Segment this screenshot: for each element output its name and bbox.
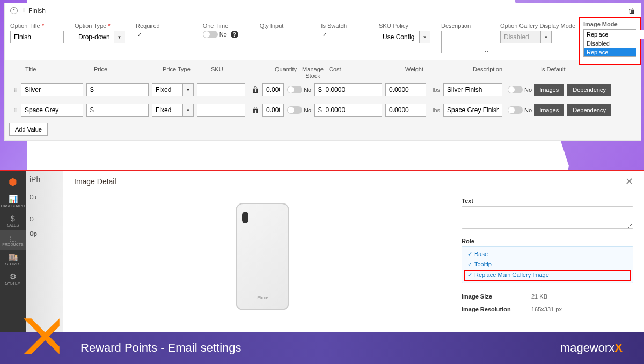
- sidebar-logo[interactable]: ⬢: [0, 173, 26, 192]
- trash-icon[interactable]: 🗑: [628, 6, 635, 15]
- option-title-input[interactable]: [10, 31, 64, 43]
- value-title-input[interactable]: [21, 104, 83, 117]
- value-title-input[interactable]: [21, 83, 83, 96]
- required-label: Required: [136, 23, 160, 29]
- sidebar-item-stores[interactable]: 🏬STORES: [0, 250, 26, 269]
- sidebar-item-system[interactable]: ⚙SYSTEM: [0, 269, 26, 288]
- swatch-label: Is Swatch: [321, 23, 347, 29]
- description-textarea[interactable]: [441, 31, 489, 53]
- dependency-button[interactable]: Dependency: [567, 104, 611, 116]
- chevron-down-icon[interactable]: ▼: [420, 31, 430, 43]
- image-mode-options: Disabled Replace: [584, 39, 636, 56]
- onetime-label: One Time: [203, 23, 238, 29]
- value-sku-input[interactable]: [197, 104, 245, 117]
- sidebar-item-sales[interactable]: $SALES: [0, 211, 26, 230]
- collapse-icon[interactable]: ⌃: [10, 7, 18, 14]
- drag-icon[interactable]: ⁞⁞: [9, 86, 21, 93]
- image-res-label: Image Resolution: [462, 306, 531, 312]
- trash-icon[interactable]: 🗑: [252, 85, 259, 94]
- qty-checkbox[interactable]: [260, 31, 267, 38]
- value-desc-input[interactable]: [443, 83, 502, 96]
- description-label: Description: [441, 23, 489, 29]
- value-desc-input[interactable]: [443, 104, 502, 117]
- panel-title: Finish: [28, 7, 46, 14]
- image-res-value: 165x331 px: [531, 306, 562, 312]
- isdefault-toggle[interactable]: [508, 86, 523, 93]
- sku-policy-label: SKU Policy: [379, 23, 430, 29]
- value-cost-input[interactable]: [314, 104, 382, 117]
- option-panel: ⌃ ⁞⁞ Finish 🗑 Option Title * Option Type…: [4, 3, 641, 141]
- text-textarea[interactable]: [462, 206, 633, 229]
- value-qty-input[interactable]: [262, 104, 284, 117]
- add-value-button[interactable]: Add Value: [9, 123, 48, 136]
- footer-brand: mageworxX: [560, 341, 623, 355]
- modal-title: Image Detail: [74, 177, 116, 186]
- weight-unit: lbs: [429, 86, 443, 93]
- image-size-label: Image Size: [462, 293, 531, 300]
- trash-icon[interactable]: 🗑: [252, 106, 259, 114]
- image-mode-select[interactable]: [584, 30, 644, 39]
- option-title-label: Option Title *: [10, 23, 64, 29]
- weight-unit: lbs: [429, 107, 443, 113]
- image-mode-option-replace[interactable]: Replace: [584, 48, 636, 56]
- image-mode-dropdown[interactable]: ▲ Disabled Replace: [583, 29, 636, 57]
- price-type-select[interactable]: [152, 83, 183, 96]
- image-mode-option-disabled[interactable]: Disabled: [584, 39, 636, 48]
- onetime-value: No: [219, 31, 227, 38]
- footer-title: Reward Points - Email settings: [80, 341, 241, 355]
- images-button[interactable]: Images: [534, 104, 564, 116]
- manage-stock-toggle[interactable]: [287, 86, 302, 93]
- value-cost-input[interactable]: [314, 83, 382, 96]
- onetime-toggle[interactable]: [203, 31, 218, 38]
- drag-icon[interactable]: ⁞⁞: [22, 7, 24, 14]
- price-type-select[interactable]: [152, 104, 183, 117]
- role-selector: ✓Base ✓Tooltip ✓Replace Main Gallery Ima…: [462, 246, 633, 283]
- sidebar-item-products[interactable]: ⬚PRODUCTS: [0, 230, 26, 250]
- chevron-down-icon[interactable]: ▼: [183, 104, 194, 117]
- role-label: Role: [462, 238, 633, 244]
- values-area: Title Price Price Type SKU Quantity Mana…: [5, 60, 641, 140]
- required-checkbox[interactable]: ✓: [136, 31, 143, 38]
- isdefault-toggle[interactable]: [508, 106, 523, 114]
- drag-icon[interactable]: ⁞⁞: [9, 107, 21, 114]
- footer-bar: Reward Points - Email settings mageworxX: [0, 332, 644, 364]
- product-image-preview: iPhone: [74, 198, 451, 316]
- value-price-input[interactable]: [86, 104, 149, 117]
- role-tooltip[interactable]: ✓Tooltip: [464, 259, 631, 270]
- image-size-value: 21 KB: [531, 293, 547, 300]
- option-type-label: Option Type *: [75, 23, 125, 29]
- value-weight-input[interactable]: [385, 83, 426, 96]
- option-type-select[interactable]: [75, 31, 114, 43]
- value-sku-input[interactable]: [197, 83, 245, 96]
- chevron-down-icon: ▼: [541, 31, 552, 43]
- image-meta: Text Role ✓Base ✓Tooltip ✓Replace Main G…: [462, 198, 633, 316]
- values-header: Title Price Price Type SKU Quantity Mana…: [9, 64, 636, 82]
- panel-header: ⌃ ⁞⁞ Finish 🗑: [5, 3, 641, 18]
- close-icon[interactable]: ✕: [625, 176, 633, 187]
- value-weight-input[interactable]: [385, 104, 426, 117]
- swatch-checkbox[interactable]: ✓: [321, 31, 328, 38]
- option-config-row: Option Title * Option Type * ▼ Required …: [5, 18, 641, 60]
- value-row: ⁞⁞ ▼ 🗑 No lbs No Images Dependency: [9, 103, 636, 118]
- qty-label: Qty Input: [260, 23, 284, 29]
- dependency-button[interactable]: Dependency: [567, 84, 611, 96]
- gallery-select: [500, 31, 541, 43]
- chevron-down-icon[interactable]: ▼: [114, 31, 125, 43]
- help-icon[interactable]: ?: [231, 31, 238, 38]
- text-label: Text: [462, 198, 633, 204]
- image-mode-label: Image Mode: [583, 21, 618, 27]
- value-row: ⁞⁞ ▼ 🗑 No lbs No Images Dependency: [9, 82, 636, 97]
- value-qty-input[interactable]: [262, 83, 284, 96]
- role-replace-main[interactable]: ✓Replace Main Gallery Image: [464, 270, 631, 281]
- manage-stock-toggle[interactable]: [287, 106, 302, 114]
- images-button[interactable]: Images: [534, 84, 564, 96]
- value-price-input[interactable]: [86, 83, 149, 96]
- chevron-down-icon[interactable]: ▼: [183, 83, 194, 96]
- role-base[interactable]: ✓Base: [464, 249, 631, 259]
- sidebar-item-dashboard[interactable]: 📊DASHBOARD: [0, 192, 26, 211]
- mageworx-x-icon: [16, 311, 67, 362]
- sku-policy-select[interactable]: [379, 31, 420, 43]
- gallery-label: Option Gallery Display Mode: [500, 23, 554, 29]
- image-mode-highlight: Image Mode ▲ Disabled Replace: [579, 17, 641, 65]
